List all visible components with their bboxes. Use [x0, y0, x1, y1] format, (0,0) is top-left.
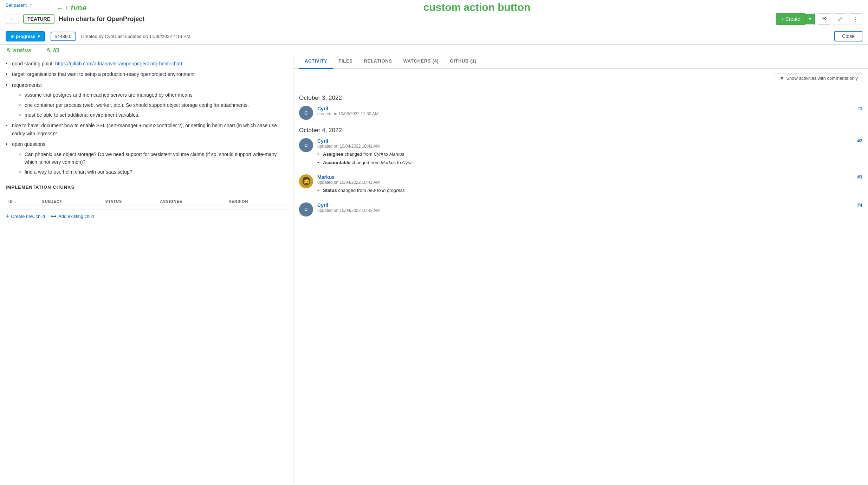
set-parent-plus: +: [30, 2, 32, 8]
status-bar: in progress ▾ #44360: Created by Cyril L…: [0, 28, 868, 45]
filter-label: Show activities with comments only: [786, 76, 858, 81]
item-text: target: organisations that want to setup…: [12, 71, 195, 77]
table-actions: + Create new child ⊶ Add existing child: [6, 213, 287, 220]
set-parent-link[interactable]: Set parent: [6, 2, 27, 8]
change-to-text: to: [384, 151, 389, 157]
tab-watchers[interactable]: WATCHERS (4): [398, 54, 445, 69]
tab-activity[interactable]: ACTIVITY: [299, 54, 333, 69]
activity-item-4: C Cyril updated on 10/04/2022 10:43 AM #…: [299, 202, 862, 216]
tab-files[interactable]: FILES: [333, 54, 358, 69]
status-badge[interactable]: in progress ▾: [6, 31, 45, 41]
list-item: good starting point: https://gitlab.com/…: [6, 60, 287, 67]
header-bar: ← FEATURE Helm charts for OpenProject + …: [0, 10, 868, 28]
preview-button[interactable]: 👁: [818, 13, 831, 25]
meta-cyril-1: created on 10/03/2022 11:30 AM: [317, 111, 862, 116]
add-existing-button[interactable]: ⊶ Add existing child: [51, 213, 94, 220]
more-options-button[interactable]: ⋮: [849, 13, 862, 25]
back-button[interactable]: ←: [6, 14, 19, 24]
activity-content-1: Cyril created on 10/03/2022 11:30 AM: [317, 106, 862, 120]
activity-content-4: Cyril updated on 10/04/2022 10:43 AM: [317, 202, 862, 216]
page-wrapper: Set parent + ← ↑ type custom action butt…: [0, 0, 868, 485]
sub-item: Can phoenix use object storage? Do we ne…: [19, 150, 287, 166]
filter-button[interactable]: ▼ Show activities with comments only: [775, 73, 862, 83]
sub-item: must be able to set additional environme…: [19, 111, 287, 119]
create-button[interactable]: + Create: [776, 13, 805, 25]
activity-number-4: #4: [857, 202, 862, 208]
fullscreen-button[interactable]: ⤢: [834, 13, 846, 25]
activity-item-1: C Cyril created on 10/03/2022 11:30 AM #…: [299, 106, 862, 120]
activity-number-2: #2: [857, 138, 862, 143]
implementation-section: IMPLEMENTATION CHUNKS ID ↑ SUBJECT STATU…: [6, 185, 287, 220]
create-child-button[interactable]: + Create new child: [6, 213, 45, 219]
item-text: requirements:: [12, 82, 42, 88]
create-child-label: Create new child: [11, 214, 45, 219]
activity-number-3: #3: [857, 174, 862, 180]
avatar-cyril-1: C: [299, 106, 313, 120]
change-item: Accountable changed from Markus to Cyril: [317, 159, 862, 166]
impl-title: IMPLEMENTATION CHUNKS: [6, 185, 287, 190]
change-to: Markus: [389, 151, 404, 157]
link-icon: ⊶: [51, 213, 56, 220]
meta-cyril-4: updated on 10/04/2022 10:43 AM: [317, 208, 862, 213]
list-item: nice to have: document how to enable SSL…: [6, 122, 287, 137]
author-markus: Markus: [317, 174, 862, 180]
list-item: requirements: assume that postgres and m…: [6, 81, 287, 119]
author-cyril-2: Cyril: [317, 138, 862, 144]
list-item: open questions Can phoenix use object st…: [6, 140, 287, 176]
author-cyril-4: Cyril: [317, 202, 862, 208]
close-button[interactable]: Close: [834, 31, 862, 41]
col-status: STATUS: [102, 197, 157, 206]
set-parent-bar: Set parent + ← ↑ type custom action butt…: [0, 0, 868, 10]
avatar-cyril-2: C: [299, 138, 313, 152]
status-annotation-label: status: [13, 47, 32, 54]
id-badge: #44360:: [51, 32, 76, 41]
sub-list: Can phoenix use object storage? Do we ne…: [12, 150, 287, 176]
activity-content-2: Cyril updated on 10/04/2022 10:41 AM Ass…: [317, 138, 862, 167]
changes-3: Status changed from new to in progress: [317, 187, 862, 194]
add-existing-label: Add existing child: [58, 214, 94, 219]
tab-github[interactable]: GITHUB (1): [444, 54, 482, 69]
change-from: Markus: [381, 160, 396, 165]
sub-item: find a way to use helm chart with our sa…: [19, 168, 287, 176]
id-annotation: ↖ ID: [46, 46, 59, 54]
id-annotation-label: ID: [53, 47, 59, 54]
page-title: Helm charts for OpenProject: [59, 15, 772, 23]
impl-divider: [6, 194, 287, 194]
change-text: changed from: [344, 151, 374, 157]
plus-icon: +: [6, 213, 9, 219]
activity-number-1: #1: [857, 106, 862, 111]
status-dropdown-arrow: ▾: [38, 34, 40, 39]
avatar-markus: 🧔: [299, 174, 313, 188]
sub-item: one container per process (web, worker, …: [19, 101, 287, 109]
list-item: target: organisations that want to setup…: [6, 70, 287, 78]
changes-2: Assignee changed from Cyril to Markus Ac…: [317, 151, 862, 166]
create-dropdown-button[interactable]: ▾: [805, 14, 815, 24]
impl-bottom-divider: [6, 209, 287, 209]
change-label: Accountable: [323, 160, 350, 165]
avatar-cyril-4: C: [299, 202, 313, 216]
change-to: Cyril: [402, 160, 411, 165]
impl-table: ID ↑ SUBJECT STATUS ASSIGNEE VERSION: [6, 197, 287, 206]
change-to-text: to: [377, 188, 382, 193]
author-cyril-1: Cyril: [317, 106, 862, 111]
activity-item-2: C Cyril updated on 10/04/2022 10:41 AM A…: [299, 138, 862, 167]
activity-panel: October 3, 2022 C Cyril created on 10/03…: [293, 83, 868, 229]
change-to: in progress: [382, 188, 404, 193]
item-text: open questions: [12, 141, 45, 147]
status-annotation: ↖ status: [6, 46, 32, 54]
date-header-oct4: October 4, 2022: [299, 127, 862, 134]
status-label: in progress: [11, 34, 35, 39]
change-from: Cyril: [374, 151, 383, 157]
meta-markus: updated on 10/04/2022 10:41 AM: [317, 180, 862, 185]
gitlab-link[interactable]: https://gitlab.com/adrianovieira/openpro…: [55, 61, 182, 66]
change-item: Status changed from new to in progress: [317, 187, 862, 194]
item-text: nice to have: document how to enable SSL…: [12, 123, 277, 136]
col-assignee: ASSIGNEE: [157, 197, 226, 206]
col-version: VERSION: [226, 197, 287, 206]
change-text: changed from: [352, 160, 381, 165]
date-header-oct3: October 3, 2022: [299, 95, 862, 102]
tab-relations[interactable]: RELATIONS: [358, 54, 398, 69]
col-id: ID ↑: [6, 197, 39, 206]
change-label: Status: [323, 188, 337, 193]
feature-badge: FEATURE: [23, 14, 54, 24]
